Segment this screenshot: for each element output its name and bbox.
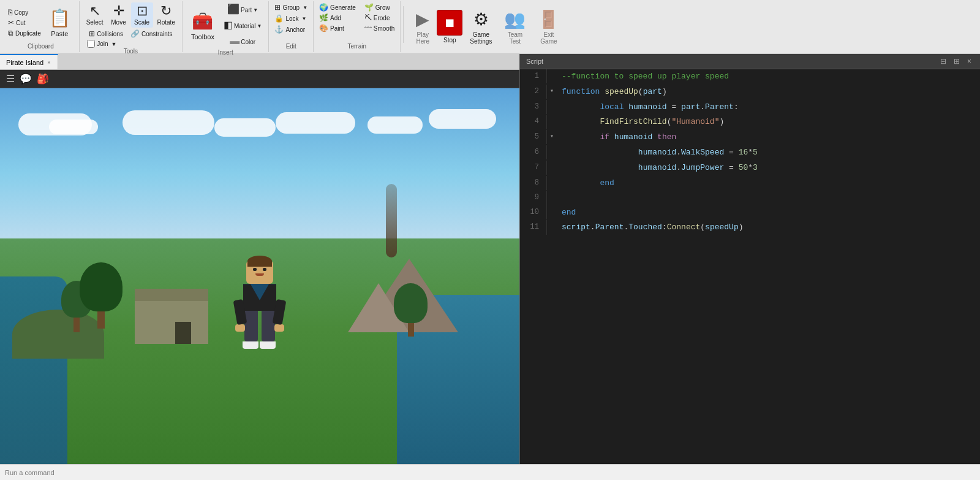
stop-button[interactable]: ⏹ bbox=[437, 10, 462, 36]
paste-icon: 📋 bbox=[49, 8, 70, 28]
erode-icon: ⛏ bbox=[364, 13, 372, 22]
code-content-8[interactable]: end bbox=[557, 176, 980, 191]
script-maximize-button[interactable]: ⊞ bbox=[951, 56, 962, 66]
code-content-7[interactable]: humanoid.JumpPower = 50*3 bbox=[557, 161, 980, 176]
add-button[interactable]: 🌿 Add bbox=[317, 13, 358, 23]
scale-button[interactable]: ⊡ Scale bbox=[131, 2, 153, 28]
group-dropdown-icon[interactable]: ▼ bbox=[303, 5, 307, 10]
game-viewport[interactable] bbox=[0, 88, 519, 464]
char-face bbox=[250, 268, 270, 276]
code-line-4: 4 FindFirstChild("Humanoid") bbox=[520, 115, 980, 130]
rotate-button[interactable]: ↻ Rotate bbox=[154, 2, 178, 28]
tab-close-button[interactable]: × bbox=[46, 59, 51, 66]
player-character bbox=[232, 261, 287, 359]
code-editor[interactable]: 1 --function to speed up player speed 2 … bbox=[520, 69, 980, 464]
part-button[interactable]: ⬛ Part ▼ bbox=[224, 2, 261, 17]
paint-button[interactable]: 🎨 Paint bbox=[317, 23, 358, 33]
char-mouth bbox=[255, 273, 264, 276]
exit-game-icon: 🚪 bbox=[538, 9, 559, 29]
join-dropdown-icon[interactable]: ▼ bbox=[111, 41, 117, 47]
line-num-4: 4 bbox=[520, 115, 547, 129]
collapse-2[interactable]: ▾ bbox=[547, 85, 557, 94]
join-row: Join ▼ bbox=[87, 40, 174, 48]
char-arm-left bbox=[233, 299, 247, 325]
color-button[interactable]: ▬ Color bbox=[227, 34, 258, 49]
clipboard-section: ⎘ Copy ✂ Cut ⧉ Duplicate 📋 Paste Clipboa… bbox=[2, 1, 80, 52]
code-content-9[interactable] bbox=[557, 191, 980, 193]
script-header: Script ⊟ ⊞ × bbox=[520, 54, 980, 69]
code-content-4[interactable]: FindFirstChild("Humanoid") bbox=[557, 115, 980, 130]
script-close-button[interactable]: × bbox=[965, 56, 974, 66]
code-line-1: 1 --function to speed up player speed bbox=[520, 69, 980, 85]
game-settings-button[interactable]: ⚙ Game Settings bbox=[465, 5, 497, 49]
code-content-6[interactable]: humanoid.WalkSpeed = 16*5 bbox=[557, 145, 980, 161]
main-area: Pirate Island × ☰ 💬 🎒 bbox=[0, 54, 980, 464]
anchor-icon: ⚓ bbox=[274, 25, 284, 34]
collapse-6 bbox=[547, 145, 557, 148]
char-eyes bbox=[253, 268, 266, 271]
code-line-7: 7 humanoid.JumpPower = 50*3 bbox=[520, 161, 980, 176]
select-button[interactable]: ↖ Select bbox=[83, 2, 107, 28]
generate-button[interactable]: 🌍 Generate bbox=[317, 2, 358, 12]
team-test-button[interactable]: 👥 Team Test bbox=[499, 5, 530, 49]
collapse-5[interactable]: ▾ bbox=[547, 130, 557, 140]
command-input[interactable] bbox=[5, 469, 189, 476]
cut-button[interactable]: ✂ Cut bbox=[6, 18, 43, 28]
move-button[interactable]: ✛ Move bbox=[108, 2, 130, 28]
anchor-button[interactable]: ⚓ Anchor bbox=[273, 25, 309, 34]
group-button[interactable]: ⊞ Group ▼ bbox=[273, 2, 309, 12]
code-content-1[interactable]: --function to speed up player speed bbox=[557, 69, 980, 85]
grow-button[interactable]: 🌱 Grow bbox=[363, 2, 396, 12]
code-content-2[interactable]: function speedUp(part) bbox=[557, 85, 980, 100]
smooth-button[interactable]: 〰 Smooth bbox=[363, 23, 396, 33]
join-checkbox[interactable] bbox=[87, 40, 95, 48]
code-content-3[interactable]: local humanoid = part.Parent: bbox=[557, 100, 980, 115]
code-content-11[interactable]: script.Parent.Touched:Connect(speedUp) bbox=[557, 220, 980, 235]
lock-button[interactable]: 🔒 Lock ▼ bbox=[273, 13, 309, 23]
code-line-11: 11 script.Parent.Touched:Connect(speedUp… bbox=[520, 220, 980, 235]
code-content-10[interactable]: end bbox=[557, 205, 980, 221]
code-line-6: 6 humanoid.WalkSpeed = 16*5 bbox=[520, 145, 980, 161]
collapse-8 bbox=[547, 176, 557, 178]
copy-button[interactable]: ⎘ Copy bbox=[6, 7, 43, 17]
duplicate-button[interactable]: ⧉ Duplicate bbox=[6, 28, 43, 38]
lock-dropdown-icon[interactable]: ▼ bbox=[302, 16, 307, 21]
erode-button[interactable]: ⛏ Erode bbox=[363, 13, 396, 23]
color-icon: ▬ bbox=[230, 36, 239, 46]
hamburger-icon[interactable]: ☰ bbox=[5, 72, 16, 86]
char-arms bbox=[235, 300, 284, 332]
generate-icon: 🌍 bbox=[319, 3, 328, 12]
cloud-4 bbox=[214, 118, 276, 137]
select-icon: ↖ bbox=[89, 4, 100, 18]
smooth-icon: 〰 bbox=[364, 24, 372, 32]
part-dropdown-icon[interactable]: ▼ bbox=[253, 7, 258, 13]
chat-icon[interactable]: 💬 bbox=[18, 72, 33, 86]
line-num-9: 9 bbox=[520, 191, 547, 205]
play-here-icon: ▶ bbox=[416, 9, 429, 29]
code-content-5[interactable]: if humanoid then bbox=[557, 130, 980, 145]
paste-button[interactable]: 📋 Paste bbox=[44, 4, 75, 41]
exit-game-button[interactable]: 🚪 Exit Game bbox=[533, 5, 564, 49]
team-test-icon: 👥 bbox=[504, 9, 526, 29]
collapse-11 bbox=[547, 220, 557, 223]
backpack-icon[interactable]: 🎒 bbox=[36, 72, 50, 86]
collisions-button[interactable]: ⊞ Collisions bbox=[87, 29, 125, 39]
script-title: Script bbox=[526, 58, 543, 65]
material-button[interactable]: ◧ Material ▼ bbox=[221, 18, 265, 33]
tree-trunk-1 bbox=[74, 318, 80, 332]
part-icon: ⬛ bbox=[227, 4, 239, 14]
divider-1 bbox=[403, 6, 404, 43]
cut-icon: ✂ bbox=[8, 18, 14, 27]
script-minimize-button[interactable]: ⊟ bbox=[938, 56, 949, 66]
copy-icon: ⎘ bbox=[8, 8, 12, 17]
cloud-6 bbox=[368, 116, 423, 134]
constraints-button[interactable]: 🔗 Constraints bbox=[129, 29, 175, 39]
material-dropdown-icon[interactable]: ▼ bbox=[257, 23, 262, 29]
tree-top-3 bbox=[394, 283, 428, 323]
tab-label: Pirate Island bbox=[6, 59, 43, 66]
terrain-section: 🌍 Generate 🌿 Add 🎨 Paint 🌱 Grow bbox=[314, 1, 401, 52]
toolbox-button[interactable]: 🧰 Toolbox bbox=[186, 4, 219, 48]
play-here-button[interactable]: ▶ Play Here bbox=[411, 5, 434, 49]
pirate-island-tab[interactable]: Pirate Island × bbox=[0, 54, 58, 69]
scene-door bbox=[175, 322, 191, 344]
